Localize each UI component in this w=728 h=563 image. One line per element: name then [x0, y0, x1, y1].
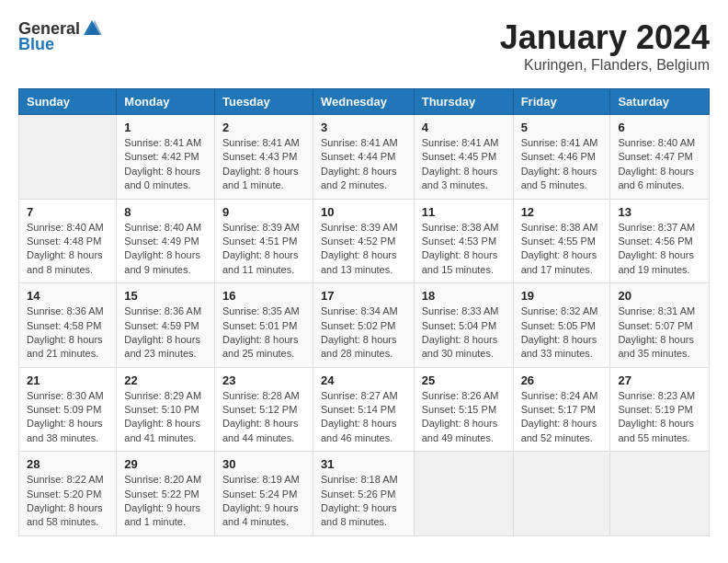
day-info: Sunrise: 8:22 AMSunset: 5:20 PMDaylight:… [27, 473, 108, 530]
day-info: Sunrise: 8:30 AMSunset: 5:09 PMDaylight:… [27, 389, 108, 446]
day-number: 7 [27, 205, 108, 219]
calendar-cell: 6Sunrise: 8:40 AMSunset: 4:47 PMDaylight… [610, 115, 710, 200]
day-info: Sunrise: 8:38 AMSunset: 4:55 PMDaylight:… [521, 221, 603, 278]
day-number: 1 [124, 121, 207, 134]
day-number: 2 [222, 121, 305, 134]
day-number: 5 [521, 121, 603, 134]
title-block: January 2024 Kuringen, Flanders, Belgium [500, 18, 710, 74]
day-number: 19 [521, 289, 603, 303]
calendar-cell: 18Sunrise: 8:33 AMSunset: 5:04 PMDayligh… [414, 283, 513, 368]
day-info: Sunrise: 8:26 AMSunset: 5:15 PMDaylight:… [422, 389, 506, 446]
day-info: Sunrise: 8:29 AMSunset: 5:10 PMDaylight:… [124, 389, 207, 446]
calendar-cell: 17Sunrise: 8:34 AMSunset: 5:02 PMDayligh… [313, 283, 414, 368]
calendar-cell [513, 452, 610, 536]
day-number: 10 [321, 205, 406, 219]
calendar-cell: 30Sunrise: 8:19 AMSunset: 5:24 PMDayligh… [214, 452, 313, 536]
day-info: Sunrise: 8:33 AMSunset: 5:04 PMDaylight:… [422, 304, 506, 362]
header-thursday: Thursday [414, 89, 513, 115]
day-info: Sunrise: 8:28 AMSunset: 5:12 PMDaylight:… [222, 389, 305, 446]
day-number: 17 [321, 289, 406, 303]
day-number: 24 [321, 373, 406, 387]
day-info: Sunrise: 8:31 AMSunset: 5:07 PMDaylight:… [618, 304, 701, 362]
calendar-cell: 21Sunrise: 8:30 AMSunset: 5:09 PMDayligh… [19, 367, 117, 452]
day-info: Sunrise: 8:18 AMSunset: 5:26 PMDaylight:… [321, 473, 406, 530]
day-number: 31 [321, 457, 406, 471]
day-number: 4 [422, 121, 506, 134]
calendar-header-row: SundayMondayTuesdayWednesdayThursdayFrid… [19, 89, 710, 115]
day-info: Sunrise: 8:24 AMSunset: 5:17 PMDaylight:… [521, 389, 603, 446]
day-info: Sunrise: 8:38 AMSunset: 4:53 PMDaylight:… [422, 221, 506, 278]
day-info: Sunrise: 8:41 AMSunset: 4:45 PMDaylight:… [422, 136, 506, 193]
calendar-cell: 10Sunrise: 8:39 AMSunset: 4:52 PMDayligh… [313, 199, 414, 283]
calendar-cell [610, 452, 710, 536]
day-number: 11 [422, 205, 506, 219]
calendar-cell: 26Sunrise: 8:24 AMSunset: 5:17 PMDayligh… [513, 367, 610, 452]
week-row-3: 21Sunrise: 8:30 AMSunset: 5:09 PMDayligh… [19, 367, 710, 452]
calendar-cell: 29Sunrise: 8:20 AMSunset: 5:22 PMDayligh… [117, 452, 215, 536]
day-number: 9 [222, 205, 305, 219]
calendar-table: SundayMondayTuesdayWednesdayThursdayFrid… [18, 88, 710, 536]
day-info: Sunrise: 8:32 AMSunset: 5:05 PMDaylight:… [521, 304, 603, 362]
logo-icon [82, 18, 102, 39]
day-info: Sunrise: 8:34 AMSunset: 5:02 PMDaylight:… [321, 304, 406, 362]
day-info: Sunrise: 8:39 AMSunset: 4:52 PMDaylight:… [321, 221, 406, 278]
calendar-cell: 22Sunrise: 8:29 AMSunset: 5:10 PMDayligh… [117, 367, 215, 452]
calendar-cell: 16Sunrise: 8:35 AMSunset: 5:01 PMDayligh… [214, 283, 313, 368]
day-info: Sunrise: 8:41 AMSunset: 4:42 PMDaylight:… [124, 136, 207, 193]
day-info: Sunrise: 8:35 AMSunset: 5:01 PMDaylight:… [222, 304, 305, 362]
header-saturday: Saturday [610, 89, 710, 115]
calendar-cell: 25Sunrise: 8:26 AMSunset: 5:15 PMDayligh… [414, 367, 513, 452]
calendar-body: 1Sunrise: 8:41 AMSunset: 4:42 PMDaylight… [19, 115, 710, 536]
calendar-cell: 7Sunrise: 8:40 AMSunset: 4:48 PMDaylight… [19, 199, 117, 283]
day-number: 13 [618, 205, 701, 219]
calendar-cell: 31Sunrise: 8:18 AMSunset: 5:26 PMDayligh… [313, 452, 414, 536]
day-info: Sunrise: 8:39 AMSunset: 4:51 PMDaylight:… [222, 221, 305, 278]
day-number: 27 [618, 373, 701, 387]
day-number: 15 [124, 289, 207, 303]
calendar-cell: 24Sunrise: 8:27 AMSunset: 5:14 PMDayligh… [313, 367, 414, 452]
calendar-cell: 11Sunrise: 8:38 AMSunset: 4:53 PMDayligh… [414, 199, 513, 283]
day-info: Sunrise: 8:36 AMSunset: 4:58 PMDaylight:… [27, 304, 108, 362]
day-number: 3 [321, 121, 406, 134]
day-number: 8 [124, 205, 207, 219]
calendar-cell: 8Sunrise: 8:40 AMSunset: 4:49 PMDaylight… [117, 199, 215, 283]
calendar-cell: 2Sunrise: 8:41 AMSunset: 4:43 PMDaylight… [214, 115, 313, 200]
week-row-2: 14Sunrise: 8:36 AMSunset: 4:58 PMDayligh… [19, 283, 710, 368]
calendar-cell: 13Sunrise: 8:37 AMSunset: 4:56 PMDayligh… [610, 199, 710, 283]
day-number: 16 [222, 289, 305, 303]
day-number: 12 [521, 205, 603, 219]
logo-blue-text: Blue [18, 35, 54, 54]
location-title: Kuringen, Flanders, Belgium [500, 57, 710, 74]
day-info: Sunrise: 8:41 AMSunset: 4:44 PMDaylight:… [321, 136, 406, 193]
day-number: 18 [422, 289, 506, 303]
calendar-cell: 12Sunrise: 8:38 AMSunset: 4:55 PMDayligh… [513, 199, 610, 283]
page-header: General Blue January 2024 Kuringen, Flan… [18, 18, 710, 74]
day-info: Sunrise: 8:36 AMSunset: 4:59 PMDaylight:… [124, 304, 207, 362]
day-info: Sunrise: 8:41 AMSunset: 4:46 PMDaylight:… [521, 136, 603, 193]
calendar-cell: 27Sunrise: 8:23 AMSunset: 5:19 PMDayligh… [610, 367, 710, 452]
calendar-cell: 1Sunrise: 8:41 AMSunset: 4:42 PMDaylight… [117, 115, 215, 200]
day-number: 20 [618, 289, 701, 303]
day-info: Sunrise: 8:40 AMSunset: 4:48 PMDaylight:… [27, 221, 108, 278]
month-title: January 2024 [500, 18, 710, 57]
calendar-cell: 23Sunrise: 8:28 AMSunset: 5:12 PMDayligh… [214, 367, 313, 452]
header-sunday: Sunday [19, 89, 117, 115]
day-number: 30 [222, 457, 305, 471]
day-info: Sunrise: 8:20 AMSunset: 5:22 PMDaylight:… [124, 473, 207, 530]
calendar-cell: 5Sunrise: 8:41 AMSunset: 4:46 PMDaylight… [513, 115, 610, 200]
day-info: Sunrise: 8:19 AMSunset: 5:24 PMDaylight:… [222, 473, 305, 530]
calendar-cell: 19Sunrise: 8:32 AMSunset: 5:05 PMDayligh… [513, 283, 610, 368]
calendar-cell [19, 115, 117, 200]
calendar-cell: 28Sunrise: 8:22 AMSunset: 5:20 PMDayligh… [19, 452, 117, 536]
day-number: 6 [618, 121, 701, 134]
logo: General Blue [18, 18, 102, 54]
week-row-0: 1Sunrise: 8:41 AMSunset: 4:42 PMDaylight… [19, 115, 710, 200]
header-wednesday: Wednesday [313, 89, 414, 115]
day-info: Sunrise: 8:37 AMSunset: 4:56 PMDaylight:… [618, 221, 701, 278]
day-number: 22 [124, 373, 207, 387]
day-number: 21 [27, 373, 108, 387]
calendar-cell: 14Sunrise: 8:36 AMSunset: 4:58 PMDayligh… [19, 283, 117, 368]
calendar-cell: 9Sunrise: 8:39 AMSunset: 4:51 PMDaylight… [214, 199, 313, 283]
day-info: Sunrise: 8:40 AMSunset: 4:47 PMDaylight:… [618, 136, 701, 193]
day-number: 23 [222, 373, 305, 387]
